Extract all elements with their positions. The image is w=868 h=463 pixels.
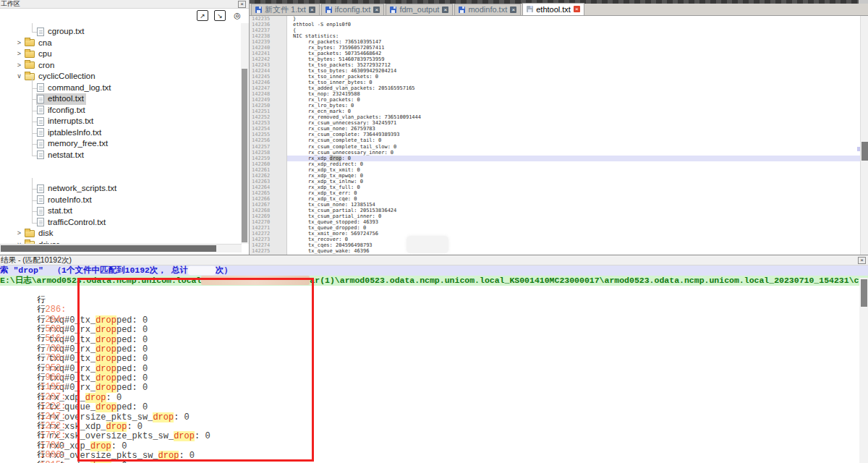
result-row[interactable]: 行 286: txq#0_tx_dropped: 0 — [0, 286, 859, 295]
editor-line[interactable]: 142238 NIC statistics: — [250, 33, 860, 39]
tree-item-body[interactable]: network_scripts.txt — [36, 183, 119, 195]
tree-item[interactable]: > disk — [0, 228, 242, 239]
tree-item-body[interactable]: routeInfo.txt — [36, 195, 94, 206]
scrollbar-thumb[interactable] — [861, 142, 868, 161]
expand-arrow-icon[interactable]: > — [14, 38, 24, 49]
close-tab-icon[interactable]: × — [510, 7, 516, 13]
tree-item[interactable]: netstat.txt — [0, 150, 242, 161]
editor-line[interactable]: 142243 tx_tso_packets: 35272932712 — [250, 62, 860, 68]
expand-arrow-icon[interactable]: > — [14, 60, 24, 72]
editor-line[interactable]: 142274 tx_cqes: 204596498793 — [250, 242, 860, 248]
editor-tab[interactable]: 新文件 1.txt × — [251, 4, 320, 15]
tree-item-body[interactable]: iptablesInfo.txt — [36, 127, 103, 139]
tree-item[interactable]: > cna — [0, 38, 242, 49]
editor-content[interactable]: 142235 } 142236 ethtool -S enp1s0f0 1422… — [250, 16, 860, 255]
tree-horizontal-scrollbar[interactable] — [0, 244, 242, 252]
locate-file-icon[interactable]: ◎ — [231, 10, 243, 21]
editor-line[interactable]: 142252 rx_removed_vlan_packets: 73651009… — [250, 114, 860, 120]
editor-line[interactable]: 142249 rx_lro_packets: 0 — [250, 97, 860, 103]
tree-item-body[interactable]: trafficControl.txt — [36, 217, 108, 229]
editor-line[interactable]: 142253 rx_csum_unnecessary: 34245971 — [250, 120, 860, 126]
tree-vertical-scrollbar[interactable] — [241, 23, 249, 244]
collapse-all-icon[interactable]: ↘ — [214, 10, 226, 21]
scrollbar-thumb[interactable] — [1, 245, 216, 252]
expand-arrow-icon[interactable]: > — [14, 48, 24, 60]
editor-line[interactable]: 142256 rx_csum_complete_tail: 0 — [250, 137, 860, 143]
tree-item-body[interactable]: memory_free.txt — [36, 138, 110, 150]
editor-line[interactable]: 142244 tx_tso_bytes: 463099429204214 — [250, 68, 860, 74]
editor-line[interactable]: 142254 rx_csum_none: 26759783 — [250, 126, 860, 132]
editor-line[interactable]: 142236 ethtool -S enp1s0f0 — [250, 22, 860, 27]
tree-item-body[interactable]: stat.txt — [36, 205, 75, 217]
editor-line[interactable]: 142272 tx_xmit_more: 569724756 — [250, 231, 860, 237]
editor-line[interactable]: 142269 tx_csum_partial_inner: 0 — [250, 213, 860, 219]
tree-item-body[interactable]: netstat.txt — [36, 150, 86, 161]
editor-line[interactable]: 142237 { — [250, 27, 860, 33]
editor-line[interactable]: 142247 tx_added_vlan_packets: 2051659571… — [250, 85, 860, 91]
editor-line[interactable]: 142268 tx_csum_partial: 205153836424 — [250, 208, 860, 213]
close-tab-icon[interactable]: × — [574, 6, 580, 12]
editor-line[interactable]: 142271 tx_queue_dropped: 0 — [250, 225, 860, 231]
scrollbar-thumb[interactable] — [861, 279, 867, 307]
editor-line[interactable]: 142242 tx_bytes: 514607839753959 — [250, 56, 860, 62]
result-row[interactable]: 行 294: rxq#0_rx_dropped: 0 — [0, 295, 859, 305]
tree-item-body[interactable]: command_log.txt — [36, 82, 114, 94]
editor-line[interactable]: 142266 rx_xdp_tx_cqe: 0 — [250, 196, 860, 202]
results-close-icon[interactable]: × — [858, 257, 866, 264]
editor-tab[interactable]: ethtool.txt × — [522, 3, 584, 15]
editor-tab[interactable]: fdm_output × — [386, 4, 453, 15]
tree-item[interactable]: cgroup.txt — [0, 26, 242, 38]
editor-line[interactable]: 142267 tx_csum_none: 12385154 — [250, 202, 860, 208]
editor-line[interactable]: 142235 } — [250, 16, 860, 22]
editor-line[interactable]: 142259 rx_xdp_drop: 0 — [250, 156, 860, 161]
tree-item-body[interactable]: disk — [24, 228, 55, 239]
tree-item-body[interactable]: cgroup.txt — [36, 26, 87, 38]
tree-item-body[interactable]: cna — [24, 38, 54, 49]
scrollbar-thumb[interactable] — [242, 69, 247, 242]
editor-line[interactable]: 142258 rx_csum_unnecessary_inner: 0 — [250, 150, 860, 156]
editor-line[interactable]: 142250 rx_lro_bytes: 0 — [250, 103, 860, 109]
tree-item[interactable]: > cpu — [0, 48, 242, 60]
editor-tab[interactable]: ifconfig.txt × — [321, 4, 385, 15]
editor-line[interactable]: 142240 rx_bytes: 735960572057411 — [250, 45, 860, 51]
tree-item-body[interactable]: ifconfig.txt — [36, 105, 88, 116]
editor-line[interactable]: 142248 tx_nop: 232419588 — [250, 91, 860, 97]
editor-line[interactable]: 142261 rx_xdp_tx_xmit: 0 — [250, 167, 860, 173]
editor-line[interactable]: 142239 rx_packets: 736510395147 — [250, 39, 860, 45]
editor-line[interactable]: 142270 tx_queue_stopped: 46393 — [250, 219, 860, 225]
expand-all-icon[interactable]: ↗ — [197, 10, 208, 21]
editor-line[interactable]: 142257 rx_csum_complete_tail_slow: 0 — [250, 144, 860, 150]
editor-line[interactable]: 142275 tx_queue_wake: 46396 — [250, 248, 860, 254]
tree-item-body[interactable]: cpu — [24, 48, 54, 60]
editor-line[interactable]: 142273 tx_recover: 0 — [250, 237, 860, 242]
editor-vertical-scrollbar[interactable] — [860, 16, 868, 255]
tree-item-body[interactable]: cron — [24, 60, 56, 72]
editor-line[interactable]: 142241 tx_packets: 507354668642 — [250, 51, 860, 56]
result-row[interactable]: 行 508: txq#0_tx_dropped: 0 — [0, 305, 859, 314]
close-tab-icon[interactable]: × — [373, 7, 380, 13]
results-vertical-scrollbar[interactable] — [859, 278, 868, 463]
result-file-path[interactable]: E:\日志\armod0523.odata.ncmp.unicom.locala… — [0, 276, 868, 286]
close-tab-icon[interactable]: × — [442, 7, 448, 13]
editor-line[interactable]: 142251 rx_ecn_mark: 0 — [250, 109, 860, 114]
editor-line[interactable]: 142265 rx_xdp_tx_err: 0 — [250, 190, 860, 196]
editor-line[interactable]: 142263 rx_xdp_tx_inlnw: 0 — [250, 179, 860, 184]
expand-arrow-icon[interactable]: > — [14, 228, 24, 239]
editor-line[interactable]: 142264 rx_xdp_tx_full: 0 — [250, 184, 860, 190]
tree-item-body[interactable]: interrupts.txt — [36, 116, 95, 127]
editor-line[interactable]: 142255 rx_csum_complete: 736449389393 — [250, 132, 860, 137]
editor-line[interactable]: 142262 rx_xdp_tx_mpwqe: 0 — [250, 173, 860, 179]
line-label: 行 — [37, 353, 46, 362]
close-tab-icon[interactable]: × — [309, 7, 315, 13]
line-label: 行 — [37, 402, 46, 411]
editor-tab[interactable]: modinfo.txt × — [454, 4, 521, 15]
workspace-close-icon[interactable]: × — [238, 1, 246, 8]
editor-line[interactable]: 142245 tx_tso_inner_packets: 0 — [250, 74, 860, 80]
tree-item[interactable]: trafficControl.txt — [0, 217, 242, 229]
tree-item-body[interactable]: ethtool.txt — [36, 93, 86, 105]
line-text: tx_tso_inner_packets: 0 — [287, 74, 860, 80]
editor-line[interactable]: 142246 tx_tso_inner_bytes: 0 — [250, 80, 860, 85]
expand-arrow-icon[interactable]: ∨ — [14, 71, 24, 82]
editor-line[interactable]: 142260 rx_xdp_redirect: 0 — [250, 161, 860, 167]
tree-item[interactable]: > cron — [0, 60, 242, 72]
